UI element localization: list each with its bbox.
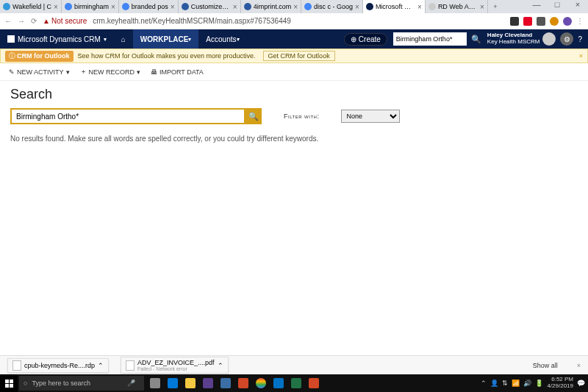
notification-bar: ⓘCRM for Outlook See how CRM for Outlook… (0, 49, 588, 63)
tray-network-icon[interactable]: ⇅ (502, 379, 508, 387)
close-icon[interactable]: × (293, 3, 298, 11)
download-item[interactable]: cpub-keymeds-Re....rdp ⌃ (7, 358, 109, 373)
browser-tabs: Wakefield | C× birmingham× branded pos× … (0, 0, 588, 13)
create-button[interactable]: ⊕Create (344, 33, 387, 46)
ext-icon[interactable] (510, 17, 519, 26)
crm-header: Microsoft Dynamics CRM ⌂ WORKPLACE Accou… (0, 29, 588, 49)
tab-0[interactable]: Wakefield | C× (0, 0, 62, 13)
close-icon[interactable]: × (480, 3, 484, 11)
close-window-button[interactable]: × (567, 0, 588, 13)
address-bar: ← → ⟳ ▲ Not secure crm.keyhealth.net/Key… (0, 13, 588, 29)
page-title: Search (10, 87, 578, 102)
reload-button[interactable]: ⟳ (31, 17, 37, 25)
security-indicator[interactable]: ▲ Not secure (43, 17, 87, 25)
taskbar-app[interactable] (165, 375, 181, 391)
tray-wifi-icon[interactable]: 📶 (512, 379, 520, 387)
tray-battery-icon[interactable]: 🔋 (535, 379, 543, 387)
show-all-downloads[interactable]: Show all (533, 362, 558, 369)
tab-2[interactable]: branded pos× (119, 0, 179, 13)
taskbar-app[interactable] (306, 375, 322, 391)
avatar[interactable] (542, 32, 556, 46)
outlook-tag: ⓘCRM for Outlook (5, 51, 74, 62)
taskbar-clock[interactable]: 6:52 PM 4/29/2019 (547, 377, 573, 390)
user-info[interactable]: Haley Cleveland Key Health MSCRM (487, 32, 540, 46)
accounts-menu[interactable]: Accounts (198, 29, 246, 49)
url-text[interactable]: crm.keyhealth.net/KeyHealthMSCRM/main.as… (93, 17, 504, 25)
search-box: 🔍 (10, 108, 262, 124)
menu-icon[interactable]: ⋮ (576, 17, 584, 25)
ext-icon[interactable] (537, 17, 545, 26)
file-icon (12, 360, 21, 371)
close-icon[interactable]: × (233, 3, 237, 11)
windows-taskbar: ○ Type here to search 🎤 ⌃ 👤 ⇅ 📶 🔊 🔋 6:52… (0, 374, 588, 392)
tab-5[interactable]: disc c - Goog× (301, 0, 363, 13)
mic-icon[interactable]: 🎤 (127, 379, 135, 387)
get-crm-outlook-button[interactable]: Get CRM for Outlook (263, 51, 335, 61)
notification-text: See how CRM for Outlook makes you even m… (78, 52, 256, 60)
filter-label: Filter with: (284, 113, 319, 120)
plus-icon: ⊕ (351, 35, 356, 43)
tab-3[interactable]: Customized V× (179, 0, 241, 13)
home-button[interactable]: ⌂ (114, 29, 133, 49)
close-icon[interactable]: × (54, 3, 58, 11)
close-icon[interactable]: × (111, 3, 115, 11)
close-icon[interactable]: × (355, 3, 359, 11)
tray-volume-icon[interactable]: 🔊 (523, 379, 531, 387)
taskbar-app[interactable] (182, 375, 198, 391)
search-input[interactable] (10, 108, 245, 124)
back-button[interactable]: ← (4, 17, 12, 25)
taskbar-search[interactable]: ○ Type here to search 🎤 (19, 376, 144, 391)
notifications-icon[interactable]: 💬 (577, 379, 585, 387)
download-item[interactable]: ADV_EZ_INVOICE_....pdfFailed - Network e… (121, 357, 229, 374)
filter-select[interactable]: None (341, 110, 400, 123)
close-icon[interactable]: × (417, 3, 422, 11)
tray-chevron-icon[interactable]: ⌃ (481, 379, 487, 387)
import-icon: 🖶 (151, 68, 157, 76)
chevron-up-icon[interactable]: ⌃ (98, 362, 104, 369)
taskbar-app[interactable] (200, 375, 216, 391)
no-results-message: No results found. Make sure all words ar… (10, 135, 578, 143)
new-record-button[interactable]: ＋NEW RECORD ▾ (80, 67, 141, 76)
search-icon[interactable]: 🔍 (471, 35, 481, 44)
plus-icon: ＋ (80, 67, 87, 76)
taskbar-app[interactable] (147, 375, 163, 391)
taskbar-app[interactable] (270, 375, 287, 391)
close-icon[interactable]: × (579, 52, 583, 60)
search-button[interactable]: 🔍 (245, 108, 262, 124)
main-content: Search 🔍 Filter with: None No results fo… (0, 81, 588, 355)
start-button[interactable] (0, 374, 18, 392)
taskbar-app[interactable] (218, 375, 234, 391)
ext-icon[interactable] (563, 17, 572, 26)
tab-4[interactable]: 4imprint.com× (241, 0, 301, 13)
file-icon (126, 360, 135, 371)
tab-1[interactable]: birmingham× (62, 0, 119, 13)
taskbar-app[interactable] (288, 375, 304, 391)
close-shelf-button[interactable]: × (577, 362, 581, 369)
new-activity-button[interactable]: ✎NEW ACTIVITY ▾ (9, 68, 70, 76)
tray-people-icon[interactable]: 👤 (490, 379, 498, 387)
minimize-button[interactable]: — (526, 0, 547, 13)
chevron-up-icon[interactable]: ⌃ (218, 362, 223, 369)
workplace-menu[interactable]: WORKPLACE (133, 29, 199, 49)
search-icon: ○ (24, 379, 27, 387)
taskbar-app[interactable] (253, 375, 269, 391)
ext-icon[interactable] (550, 17, 559, 26)
import-data-button[interactable]: 🖶IMPORT DATA (151, 68, 204, 76)
settings-icon[interactable]: ⚙ (560, 32, 573, 46)
close-icon[interactable]: × (171, 3, 175, 11)
global-search-input[interactable] (393, 32, 467, 46)
tab-6[interactable]: Microsoft Dyn× (363, 0, 426, 13)
help-icon[interactable]: ? (578, 35, 582, 43)
crm-app-menu[interactable]: Microsoft Dynamics CRM (0, 29, 114, 49)
info-icon: ⓘ (9, 51, 15, 61)
taskbar-app[interactable] (235, 375, 251, 391)
tab-7[interactable]: RD Web Acce× (426, 0, 488, 13)
action-toolbar: ✎NEW ACTIVITY ▾ ＋NEW RECORD ▾ 🖶IMPORT DA… (0, 63, 588, 81)
edit-icon: ✎ (9, 68, 15, 76)
ext-icon[interactable] (523, 17, 532, 26)
download-shelf: cpub-keymeds-Re....rdp ⌃ ADV_EZ_INVOICE_… (0, 355, 588, 374)
maximize-button[interactable]: □ (547, 0, 567, 13)
new-tab-button[interactable]: + (488, 0, 503, 13)
forward-button[interactable]: → (18, 17, 25, 25)
